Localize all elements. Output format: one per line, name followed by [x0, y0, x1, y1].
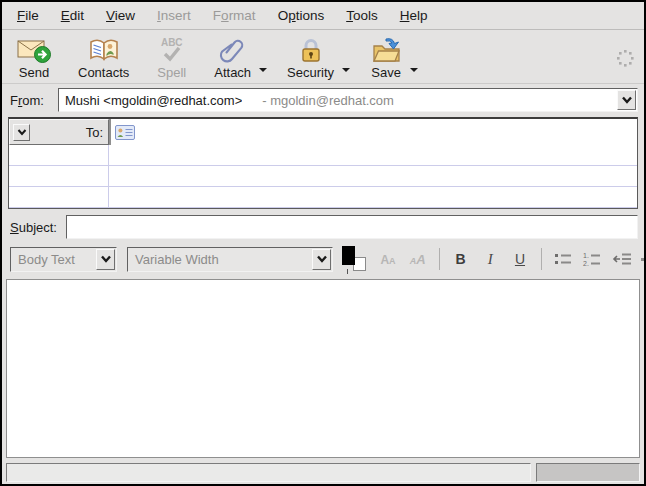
recipient-row-1: To:: [9, 119, 637, 145]
menu-tools[interactable]: Tools: [335, 4, 389, 27]
subject-input[interactable]: [66, 215, 638, 239]
italic-button[interactable]: I: [475, 246, 505, 272]
recipients-grid: To:: [8, 117, 638, 209]
svg-text:1.: 1.: [583, 252, 589, 259]
menu-options[interactable]: Options: [267, 4, 336, 27]
main-toolbar: Send Contacts ABC: [2, 30, 644, 84]
toolbar-separator: [541, 248, 542, 270]
decrease-font-icon: AA: [380, 252, 395, 267]
message-body-editor[interactable]: [6, 279, 640, 458]
send-button-label: Send: [19, 65, 49, 80]
svg-text:2.: 2.: [583, 260, 589, 267]
menu-insert: Insert: [146, 4, 202, 27]
from-row: From: Mushi <mgoldin@redhat.com> - mgold…: [10, 87, 638, 113]
subject-row: Subject:: [10, 214, 638, 240]
security-button[interactable]: Security: [279, 33, 342, 81]
statusbar: [2, 460, 644, 484]
from-label: From:: [10, 93, 58, 108]
format-toolbar: Body Text Variable Width AA AA: [10, 244, 644, 274]
save-button-label: Save: [371, 65, 401, 80]
security-button-label: Security: [287, 65, 334, 80]
security-lock-icon: [298, 35, 324, 65]
save-dropdown-arrow-icon[interactable]: [410, 68, 418, 72]
font-name-select[interactable]: Variable Width: [127, 247, 333, 272]
bold-button[interactable]: B: [446, 246, 476, 272]
subject-label: Subject:: [10, 220, 66, 235]
text-color-picker[interactable]: [341, 246, 367, 272]
numbered-list-icon: 1. 2.: [582, 251, 602, 267]
recipient-row-2[interactable]: [9, 145, 637, 166]
paragraph-style-value: Body Text: [11, 252, 75, 267]
attach-button[interactable]: Attach: [206, 33, 259, 81]
spellcheck-icon: ABC: [161, 35, 183, 65]
contacts-addressbook-icon: [88, 35, 120, 65]
send-button[interactable]: Send: [8, 33, 60, 81]
attach-paperclip-icon: [219, 35, 246, 65]
menubar: File Edit View Insert Format Options Too…: [2, 2, 644, 30]
status-message-field: [6, 463, 531, 482]
toolbar-overflow-indicator: [641, 258, 644, 261]
recipient-row-4[interactable]: [9, 187, 637, 208]
recipient-address-field[interactable]: [109, 119, 637, 145]
save-button[interactable]: Save: [362, 33, 410, 81]
bullet-list-icon: [553, 251, 573, 267]
address-card-icon: [115, 125, 135, 140]
chevron-down-icon: [100, 255, 112, 263]
recipient-type-label: To:: [30, 125, 108, 140]
save-folder-icon: [370, 35, 402, 65]
chevron-down-icon: [621, 96, 633, 104]
recipient-row-3[interactable]: [9, 166, 637, 187]
attach-dropdown-arrow-icon[interactable]: [259, 68, 267, 72]
bullet-list-button[interactable]: [548, 246, 578, 272]
menu-help[interactable]: Help: [389, 4, 439, 27]
font-name-value: Variable Width: [128, 252, 219, 267]
outdent-icon: [612, 251, 632, 267]
spell-button-label: Spell: [157, 65, 186, 80]
progress-meter: [536, 463, 640, 482]
font-name-dropdown-button[interactable]: [312, 249, 331, 270]
toolbar-separator: [439, 248, 440, 270]
from-identity-value: Mushi <mgoldin@redhat.com>: [59, 93, 242, 108]
from-identity-select[interactable]: Mushi <mgoldin@redhat.com> - mgoldin@red…: [58, 88, 638, 112]
increase-font-size-button: AA: [403, 246, 433, 272]
send-mail-icon: [16, 35, 52, 65]
security-dropdown-arrow-icon[interactable]: [342, 68, 350, 72]
from-identity-dropdown-button[interactable]: [617, 90, 636, 110]
decrease-font-size-button: AA: [373, 246, 403, 272]
numbered-list-button[interactable]: 1. 2.: [578, 246, 608, 272]
recipient-type-dropdown-button[interactable]: [13, 124, 30, 141]
outdent-button[interactable]: [607, 246, 637, 272]
recipient-type-button[interactable]: To:: [9, 119, 109, 145]
paragraph-style-dropdown-button[interactable]: [96, 249, 115, 270]
menu-edit[interactable]: Edit: [50, 4, 95, 27]
menu-format: Format: [202, 4, 267, 27]
menu-view[interactable]: View: [95, 4, 146, 27]
menu-file[interactable]: File: [6, 4, 50, 27]
from-identity-hint: - mgoldin@redhat.com: [256, 93, 394, 108]
underline-button[interactable]: U: [505, 246, 535, 272]
chevron-down-icon: [17, 129, 27, 136]
paragraph-style-select[interactable]: Body Text: [10, 247, 117, 272]
compose-window: File Edit View Insert Format Options Too…: [0, 0, 646, 486]
increase-font-icon: AA: [410, 252, 426, 267]
throbber-icon: [614, 47, 636, 72]
attach-button-label: Attach: [214, 65, 251, 80]
contacts-button[interactable]: Contacts: [70, 33, 137, 81]
spell-button: ABC Spell: [149, 33, 194, 81]
contacts-button-label: Contacts: [78, 65, 129, 80]
foreground-color-swatch: [342, 246, 355, 265]
chevron-down-icon: [316, 255, 328, 263]
